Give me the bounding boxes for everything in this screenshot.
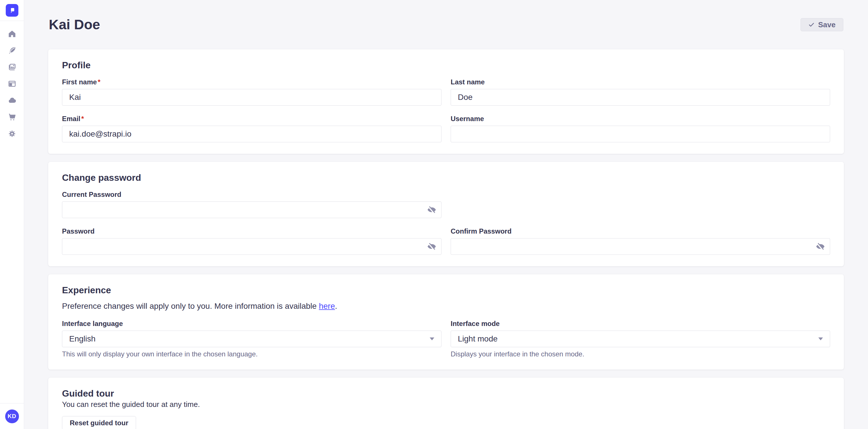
interface-language-label: Interface language	[62, 320, 441, 328]
profile-section: Profile First name* Last name Email*	[48, 50, 844, 154]
main-content: Kai Doe Save Profile First name* Last na…	[24, 0, 868, 429]
username-input[interactable]	[451, 126, 830, 142]
first-name-field: First name*	[62, 78, 441, 106]
current-password-field: Current Password	[62, 191, 441, 218]
experience-description: Preference changes will apply only to yo…	[62, 301, 830, 311]
toggle-password-visibility-button[interactable]	[426, 241, 437, 252]
sidebar: KD	[0, 0, 24, 429]
user-avatar[interactable]: KD	[5, 409, 19, 423]
username-label: Username	[451, 115, 830, 123]
interface-language-label-text: Interface language	[62, 320, 123, 327]
experience-description-period: .	[335, 302, 337, 310]
layout-icon	[8, 79, 17, 88]
experience-section: Experience Preference changes will apply…	[48, 274, 844, 370]
email-field: Email*	[62, 115, 441, 142]
reset-guided-tour-button[interactable]: Reset guided tour	[62, 416, 136, 429]
strapi-logo-icon	[8, 7, 16, 14]
home-icon	[8, 30, 17, 38]
cloud-icon	[7, 96, 17, 105]
interface-language-hint: This will only display your own interfac…	[62, 350, 441, 358]
profile-section-title: Profile	[62, 60, 830, 71]
sidebar-item-cloud[interactable]	[0, 92, 24, 109]
email-label-text: Email	[62, 115, 81, 123]
eye-off-icon	[427, 205, 436, 214]
toggle-confirm-password-visibility-button[interactable]	[815, 241, 826, 252]
sidebar-footer: KD	[0, 403, 24, 429]
username-label-text: Username	[451, 115, 484, 123]
last-name-input[interactable]	[451, 89, 830, 106]
sidebar-item-home[interactable]	[0, 26, 24, 42]
media-library-icon	[8, 63, 17, 71]
last-name-field: Last name	[451, 78, 830, 106]
chevron-down-icon	[430, 337, 434, 340]
cart-icon	[8, 113, 17, 121]
password-field: Password	[62, 227, 441, 255]
sidebar-item-marketplace[interactable]	[0, 109, 24, 125]
save-button[interactable]: Save	[801, 18, 843, 31]
change-password-section-title: Change password	[62, 172, 830, 183]
toggle-current-password-visibility-button[interactable]	[426, 204, 437, 216]
check-icon	[808, 22, 815, 28]
sidebar-logo-area	[0, 0, 24, 21]
username-field: Username	[451, 115, 830, 142]
interface-language-value: English	[69, 334, 96, 343]
change-password-grid: Current Password Password	[62, 191, 830, 255]
required-mark: *	[98, 78, 100, 86]
interface-mode-label: Interface mode	[451, 320, 830, 328]
sidebar-spacer	[0, 142, 24, 403]
current-password-label-text: Current Password	[62, 191, 121, 198]
confirm-password-field: Confirm Password	[451, 227, 830, 255]
experience-description-text: Preference changes will apply only to yo…	[62, 302, 319, 310]
last-name-label: Last name	[451, 78, 830, 86]
first-name-label: First name*	[62, 78, 441, 86]
sidebar-item-media-library[interactable]	[0, 59, 24, 75]
change-password-section: Change password Current Password	[48, 162, 844, 266]
email-label: Email*	[62, 115, 441, 123]
interface-mode-hint: Displays your interface in the chosen mo…	[451, 350, 830, 358]
first-name-label-text: First name	[62, 78, 97, 86]
guided-tour-description: You can reset the guided tour at any tim…	[62, 400, 830, 408]
more-information-link[interactable]: here	[319, 302, 335, 310]
password-input[interactable]	[62, 238, 441, 255]
first-name-input[interactable]	[62, 89, 441, 106]
confirm-password-label-text: Confirm Password	[451, 227, 512, 235]
feather-icon	[8, 46, 17, 55]
eye-off-icon	[427, 242, 436, 251]
password-label: Password	[62, 227, 441, 235]
guided-tour-section-title: Guided tour	[62, 388, 830, 399]
sidebar-item-layout[interactable]	[0, 75, 24, 92]
experience-section-title: Experience	[62, 285, 830, 296]
save-button-label: Save	[818, 21, 836, 29]
interface-language-select[interactable]: English	[62, 331, 441, 347]
page-header: Kai Doe Save	[48, 0, 844, 50]
interface-language-field: Interface language English This will onl…	[62, 320, 441, 358]
sidebar-nav	[0, 21, 24, 142]
eye-off-icon	[816, 242, 825, 251]
email-input[interactable]	[62, 126, 441, 142]
guided-tour-section: Guided tour You can reset the guided tou…	[48, 377, 844, 429]
password-label-text: Password	[62, 227, 94, 235]
current-password-label: Current Password	[62, 191, 441, 199]
profile-grid: First name* Last name Email* Username	[62, 78, 830, 142]
current-password-input[interactable]	[62, 201, 441, 218]
experience-grid: Interface language English This will onl…	[62, 320, 830, 358]
page-title: Kai Doe	[49, 16, 100, 33]
required-mark: *	[81, 115, 84, 123]
strapi-logo[interactable]	[6, 4, 19, 16]
last-name-label-text: Last name	[451, 78, 485, 86]
confirm-password-label: Confirm Password	[451, 227, 830, 235]
chevron-down-icon	[818, 337, 823, 340]
interface-mode-select[interactable]: Light mode	[451, 331, 830, 347]
interface-mode-field: Interface mode Light mode Displays your …	[451, 320, 830, 358]
interface-mode-value: Light mode	[458, 334, 498, 343]
sidebar-item-settings[interactable]	[0, 125, 24, 142]
confirm-password-input[interactable]	[451, 238, 830, 255]
gear-icon	[8, 129, 17, 138]
sidebar-item-content[interactable]	[0, 42, 24, 59]
interface-mode-label-text: Interface mode	[451, 320, 500, 327]
